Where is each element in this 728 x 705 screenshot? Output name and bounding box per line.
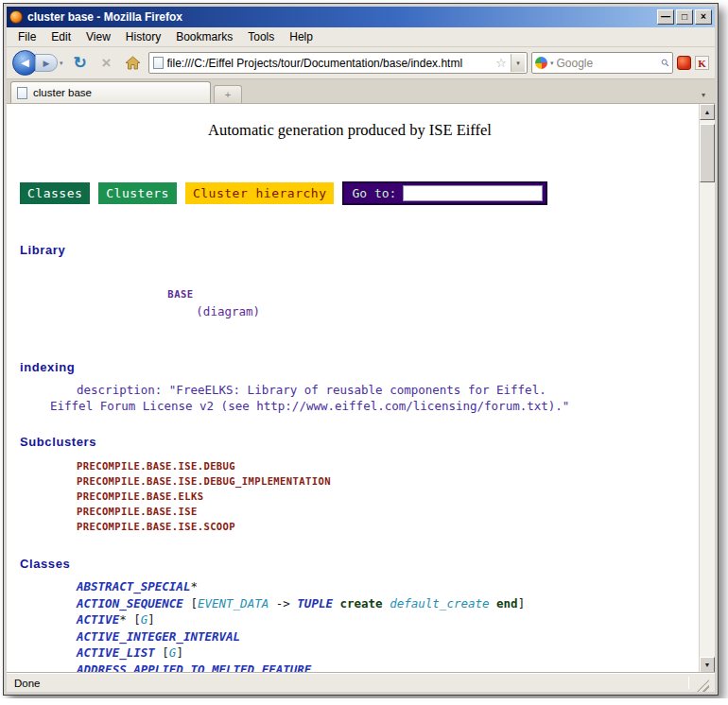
menu-bookmarks[interactable]: Bookmarks (168, 28, 240, 45)
search-magnifier-icon[interactable] (661, 57, 669, 69)
class-list: ABSTRACT_SPECIAL*ACTION_SEQUENCE [EVENT_… (20, 578, 699, 673)
generic-param: EVENT_DATA (198, 596, 269, 610)
class-link[interactable]: ADDRESS_APPLIED_TO_MELTED_FEATURE (77, 662, 311, 674)
menu-bar: FileEditViewHistoryBookmarksToolsHelp (7, 27, 715, 47)
tab-list-dropdown-icon[interactable]: ▾ (696, 86, 711, 103)
doc-nav-buttons: ClassesClustersCluster hierarchy (20, 182, 334, 204)
addon-icon-k[interactable]: K (695, 56, 709, 70)
indexing-line: Eiffel Forum License v2 (see http://www.… (20, 398, 699, 414)
menu-tools[interactable]: Tools (240, 28, 282, 45)
home-icon (125, 56, 141, 70)
code-text: -> (269, 596, 297, 610)
bookmark-star-icon[interactable]: ☆ (495, 56, 507, 70)
doc-button-clusters[interactable]: Clusters (98, 182, 177, 204)
subcluster-link[interactable]: PRECOMPILE.BASE.ELKS (20, 489, 699, 504)
class-list-item: ACTION_SEQUENCE [EVENT_DATA -> TUPLE cre… (20, 595, 699, 612)
library-section: Library BASE (diagram) (20, 243, 699, 337)
class-link[interactable]: ACTIVE_LIST (77, 645, 155, 660)
code-text: [ (155, 645, 169, 660)
resize-grip[interactable] (697, 679, 709, 692)
new-tab-button[interactable]: + (214, 85, 242, 103)
status-bar: Done (7, 673, 715, 692)
doc-button-cluster-hierarchy[interactable]: Cluster hierarchy (185, 182, 335, 204)
library-entry: BASE (diagram) (20, 266, 699, 337)
menu-edit[interactable]: Edit (43, 28, 78, 45)
subclusters-section: Subclusters PRECOMPILE.BASE.ISE.DEBUGPRE… (20, 435, 699, 534)
classes-heading: Classes (20, 557, 699, 571)
classes-section: Classes ABSTRACT_SPECIAL*ACTION_SEQUENCE… (20, 557, 699, 673)
library-name-link[interactable]: BASE (167, 288, 193, 300)
nav-toolbar: ◀ ▶ ▾ ↻ × ☆ ▾ ▾ K (7, 47, 715, 79)
search-engine-dropdown-icon[interactable]: ▾ (550, 60, 554, 67)
class-link[interactable]: ACTION_SEQUENCE (77, 596, 183, 610)
subcluster-link[interactable]: PRECOMPILE.BASE.ISE.DEBUG_IMPLEMENTATION (20, 473, 699, 489)
goto-input[interactable] (403, 185, 543, 201)
indexing-line: description: "FreeELKS: Library of reusa… (20, 382, 699, 398)
address-bar[interactable]: ☆ ▾ (148, 52, 528, 74)
subcluster-link[interactable]: PRECOMPILE.BASE.ISE (20, 504, 699, 519)
subcluster-link[interactable]: PRECOMPILE.BASE.ISE.SCOOP (20, 519, 699, 534)
statusbar-divider (688, 677, 689, 689)
search-bar[interactable]: ▾ (531, 52, 673, 74)
menu-file[interactable]: File (10, 28, 43, 45)
title-bar: cluster base - Mozilla Firefox — □ × (7, 7, 715, 27)
url-dropdown-icon[interactable]: ▾ (511, 54, 525, 72)
eiffel-keyword: create (333, 596, 390, 610)
class-list-item: ACTIVE_LIST [G] (20, 645, 699, 662)
code-text: ] (518, 596, 526, 610)
maximize-button[interactable]: □ (676, 9, 693, 25)
code-text: * [ (119, 612, 141, 627)
class-link[interactable]: ABSTRACT_SPECIAL (77, 579, 190, 593)
history-dropdown-icon[interactable]: ▾ (58, 60, 65, 67)
class-list-item: ABSTRACT_SPECIAL* (20, 578, 699, 595)
indexing-section: indexing description: "FreeELKS: Library… (20, 360, 699, 414)
page-content: Automatic generation produced by ISE Eif… (7, 104, 699, 673)
library-diagram-link[interactable]: (diagram) (196, 304, 260, 318)
google-icon (535, 57, 547, 69)
page-viewport: Automatic generation produced by ISE Eif… (7, 104, 715, 673)
home-button[interactable] (122, 51, 145, 76)
scroll-up-button[interactable]: ▲ (700, 104, 715, 120)
search-input[interactable] (557, 57, 658, 70)
status-text: Done (14, 678, 681, 689)
doc-button-classes[interactable]: Classes (20, 182, 90, 204)
class-link[interactable]: ACTIVE (77, 612, 119, 627)
menu-help[interactable]: Help (282, 28, 321, 45)
addon-icon-red[interactable] (677, 56, 691, 70)
goto-label: Go to: (352, 186, 396, 200)
close-button[interactable]: × (695, 9, 712, 25)
tab-bar: cluster base + ▾ (7, 79, 715, 104)
forward-button[interactable]: ▶ (35, 54, 58, 72)
back-arrow-icon: ◀ (21, 57, 28, 69)
subcluster-link[interactable]: PRECOMPILE.BASE.ISE.DEBUG (20, 458, 699, 473)
scrollbar-thumb[interactable] (700, 124, 715, 182)
vertical-scrollbar[interactable]: ▲ ▼ (699, 104, 715, 673)
menu-view[interactable]: View (78, 28, 118, 45)
scrollbar-track[interactable] (700, 120, 715, 657)
stop-button[interactable]: × (95, 51, 118, 76)
reload-icon: ↻ (73, 53, 86, 73)
window-controls: — □ × (657, 9, 712, 25)
class-link[interactable]: TUPLE (297, 596, 333, 610)
class-link[interactable]: ACTIVE_INTEGER_INTERVAL (77, 629, 240, 644)
forward-arrow-icon: ▶ (43, 59, 50, 68)
page-favicon-icon (153, 57, 164, 69)
indexing-text: description: "FreeELKS: Library of reusa… (20, 382, 699, 414)
subcluster-list: PRECOMPILE.BASE.ISE.DEBUGPRECOMPILE.BASE… (20, 458, 699, 534)
menu-history[interactable]: History (118, 28, 168, 45)
back-button[interactable]: ◀ (12, 50, 38, 76)
browser-window: cluster base - Mozilla Firefox — □ × Fil… (3, 3, 719, 696)
minimize-button[interactable]: — (657, 9, 674, 25)
goto-block: Go to: (342, 181, 547, 205)
class-list-item: ACTIVE* [G] (20, 611, 699, 628)
tab-cluster-base[interactable]: cluster base (10, 81, 211, 103)
scroll-down-button[interactable]: ▼ (700, 657, 715, 673)
stop-icon: × (102, 54, 112, 73)
generic-param: default_create (390, 596, 489, 610)
eiffel-keyword: end (490, 596, 518, 610)
page-title: Automatic generation produced by ISE Eif… (20, 121, 680, 140)
code-text: ] (176, 645, 183, 660)
url-input[interactable] (167, 57, 493, 70)
indexing-heading: indexing (20, 360, 699, 374)
reload-button[interactable]: ↻ (69, 51, 92, 76)
